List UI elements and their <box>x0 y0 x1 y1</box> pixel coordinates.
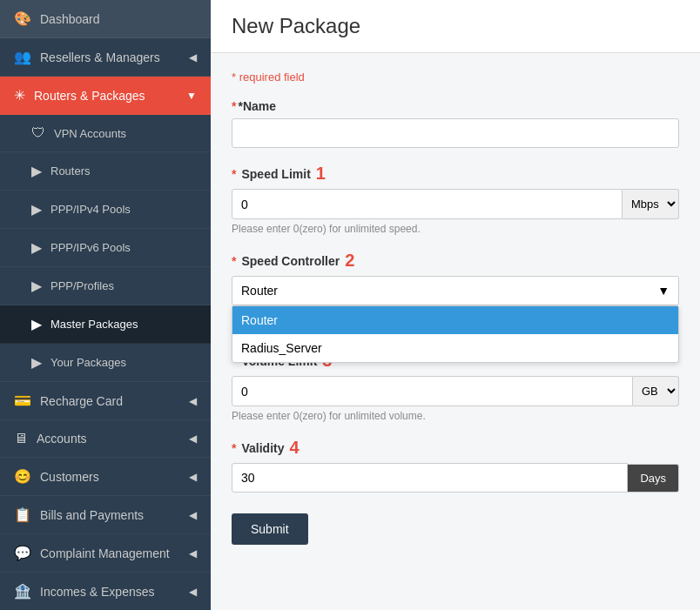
sidebar-item-routers-packages[interactable]: ✳ Routers & Packages ▼ <box>0 77 211 115</box>
customers-icon: 😊 <box>14 468 31 485</box>
sidebar-item-label: PPP/Profiles <box>50 279 114 292</box>
sidebar-item-complaint-mgmt[interactable]: 💬 Complaint Management ◀ <box>0 534 211 573</box>
sidebar-item-accounts[interactable]: 🖥 Accounts ◀ <box>0 420 211 458</box>
validity-group: *Validity 4 Days <box>232 438 679 493</box>
shield-icon: 🛡 <box>31 125 45 141</box>
name-input[interactable] <box>232 118 679 148</box>
volume-limit-help: Please enter 0(zero) for unlimited volum… <box>232 410 679 422</box>
sidebar-item-label: VPN Accounts <box>54 127 126 140</box>
sidebar-item-master-packages[interactable]: ▶ Master Packages <box>0 305 211 344</box>
validity-input-row: Days <box>232 463 679 493</box>
sidebar-item-label: Bills and Payments <box>40 508 144 522</box>
card-icon: 💳 <box>14 392 31 409</box>
speed-controller-value: Router <box>241 284 278 298</box>
volume-limit-unit-select[interactable]: GB MB <box>633 376 679 406</box>
speed-controller-select-display[interactable]: Router ▼ <box>232 276 679 305</box>
name-label: **Name <box>232 99 679 113</box>
validity-input[interactable] <box>232 463 628 493</box>
page-title: New Package <box>232 14 679 38</box>
speed-limit-input[interactable] <box>232 189 623 219</box>
sidebar-item-ppp-ipv6[interactable]: ▶ PPP/IPv6 Pools <box>0 229 211 267</box>
chevron-left-icon: ◀ <box>189 432 197 445</box>
speed-limit-group: *Speed Limit 1 Mbps Kbps Please enter 0(… <box>232 164 679 235</box>
volume-limit-input[interactable] <box>232 376 633 406</box>
sidebar-item-label: Recharge Card <box>40 394 123 408</box>
sidebar-item-label: Resellers & Managers <box>40 50 160 64</box>
sidebar-item-bills-payments[interactable]: 📋 Bills and Payments ◀ <box>0 496 211 534</box>
speed-limit-unit-select[interactable]: Mbps Kbps <box>623 189 679 219</box>
chevron-left-icon: ◀ <box>189 586 197 598</box>
dashboard-icon: 🎨 <box>14 10 31 27</box>
speed-limit-help: Please enter 0(zero) for unlimited speed… <box>232 223 679 235</box>
chevron-left-icon: ◀ <box>189 547 197 560</box>
bills-icon: 📋 <box>14 506 31 523</box>
dropdown-option-router[interactable]: Router <box>232 306 678 334</box>
chevron-right-icon: ◀ <box>189 51 197 64</box>
sidebar-item-resellers[interactable]: 👥 Resellers & Managers ◀ <box>0 38 211 77</box>
speed-limit-label: *Speed Limit 1 <box>232 164 679 184</box>
sidebar-item-incomes-expenses[interactable]: 🏦 Incomes & Expenses ◀ <box>0 573 211 610</box>
sidebar-item-your-packages[interactable]: ▶ Your Packages <box>0 344 211 382</box>
sidebar-item-label: Accounts <box>37 432 87 446</box>
arrow-right-icon: ▶ <box>31 239 42 256</box>
sidebar-item-vpn-accounts[interactable]: 🛡 VPN Accounts <box>0 115 211 152</box>
sidebar-item-label: Dashboard <box>40 12 100 26</box>
name-group: **Name <box>232 99 679 148</box>
sidebar-item-label: Routers & Packages <box>34 89 145 103</box>
speed-limit-input-row: Mbps Kbps <box>232 189 679 219</box>
arrow-right-icon: ▶ <box>31 316 42 332</box>
sidebar-item-label: PPP/IPv4 Pools <box>50 203 131 216</box>
speed-controller-dropdown: Router Radius_Server <box>232 305 679 363</box>
monitor-icon: 🖥 <box>14 431 28 446</box>
sidebar-item-routers[interactable]: ▶ Routers <box>0 152 211 191</box>
validity-label: *Validity 4 <box>232 438 679 458</box>
step-2-badge: 2 <box>345 251 354 271</box>
submit-button[interactable]: Submit <box>232 513 308 545</box>
sidebar-item-label: PPP/IPv6 Pools <box>50 241 131 254</box>
chat-icon: 💬 <box>14 545 31 561</box>
page-header: New Package <box>211 0 700 53</box>
sidebar-item-ppp-profiles[interactable]: ▶ PPP/Profiles <box>0 267 211 305</box>
arrow-right-icon: ▶ <box>31 278 42 294</box>
sidebar-item-label: Customers <box>40 470 99 484</box>
sidebar-item-label: Master Packages <box>50 318 138 331</box>
validity-unit-label: Days <box>628 464 679 493</box>
main-content: New Package * required field **Name *Spe… <box>211 0 700 610</box>
arrow-right-icon: ▶ <box>31 163 42 179</box>
chevron-down-icon: ▼ <box>657 284 670 298</box>
required-note: * required field <box>232 70 679 84</box>
chevron-down-icon: ▼ <box>186 90 197 102</box>
sidebar: 🎨 Dashboard 👥 Resellers & Managers ◀ ✳ R… <box>0 0 211 610</box>
resellers-icon: 👥 <box>14 49 31 65</box>
dropdown-option-radius-server[interactable]: Radius_Server <box>232 334 678 362</box>
sidebar-item-label: Incomes & Expenses <box>40 585 155 599</box>
sidebar-item-label: Complaint Management <box>40 546 170 560</box>
sidebar-item-customers[interactable]: 😊 Customers ◀ <box>0 458 211 496</box>
volume-limit-input-row: GB MB <box>232 376 679 406</box>
sidebar-item-ppp-ipv4[interactable]: ▶ PPP/IPv4 Pools <box>0 191 211 229</box>
speed-controller-label: *Speed Controller 2 <box>232 251 679 271</box>
star-icon: ✳ <box>14 87 25 104</box>
sidebar-item-label: Routers <box>50 164 91 178</box>
sidebar-item-dashboard[interactable]: 🎨 Dashboard <box>0 0 211 38</box>
sidebar-item-label: Your Packages <box>50 356 126 369</box>
form-content: * required field **Name *Speed Limit 1 M… <box>211 53 700 562</box>
chevron-left-icon: ◀ <box>189 509 197 521</box>
step-1-badge: 1 <box>316 164 326 184</box>
chevron-left-icon: ◀ <box>189 471 197 483</box>
bank-icon: 🏦 <box>14 583 31 600</box>
step-4-badge: 4 <box>289 438 299 458</box>
arrow-right-icon: ▶ <box>31 354 42 371</box>
sidebar-item-recharge-card[interactable]: 💳 Recharge Card ◀ <box>0 382 211 420</box>
speed-controller-dropdown-wrapper: Router ▼ Router Radius_Server <box>232 276 679 305</box>
speed-controller-group: *Speed Controller 2 Router ▼ Router Radi… <box>232 251 679 305</box>
arrow-right-icon: ▶ <box>31 201 42 218</box>
chevron-left-icon: ◀ <box>189 395 197 407</box>
